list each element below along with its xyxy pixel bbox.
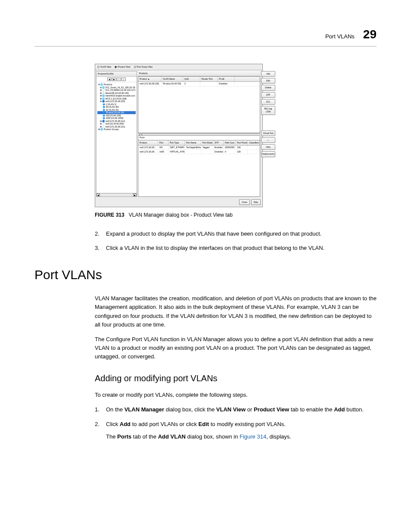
product-tree[interactable]: ⊟ 🌐 Products⊟ 🌐 DCI_Zone1_NI_K2_128 [10.… bbox=[97, 82, 137, 132]
table-row[interactable]: sw0 [172.26.28.135]55-abcd [VLAN 55]2Dis… bbox=[138, 82, 260, 86]
left-pane: Products/VLANs ◀ ▶ ↑ ↓ ⊟ 🌐 Products⊟ 🌐 D… bbox=[96, 71, 137, 197]
delete-button[interactable]: Delete bbox=[261, 85, 275, 90]
column-header[interactable]: Product ▲ bbox=[138, 77, 162, 81]
deployments-button[interactable]: Deployments bbox=[261, 151, 275, 157]
header-title: Port VLANs bbox=[325, 33, 355, 41]
toolbar-up[interactable]: ↑ bbox=[117, 78, 121, 81]
help-button[interactable]: Help bbox=[251, 199, 261, 205]
column-header[interactable]: Port Type bbox=[168, 140, 185, 145]
products-grid[interactable]: Product ▲VLAN NameQoSRouter PortFCoEsw0 … bbox=[138, 76, 260, 133]
figure-313-image: VLAN View Product View Port Group View P… bbox=[95, 64, 377, 208]
tree-item[interactable]: ⊞ 📄 DCI_HCS4824 [10.18.124.117] bbox=[97, 89, 136, 92]
left-pane-title: Products/VLANs bbox=[97, 72, 137, 77]
column-header[interactable]: Path Cost bbox=[224, 140, 236, 145]
virtual-port-button[interactable]: Virtual Port bbox=[261, 131, 275, 136]
figure-number: FIGURE 313 bbox=[95, 212, 125, 218]
sub-step-2: Click Add to add port VLANs or click Edi… bbox=[95, 420, 377, 441]
product-view-radio[interactable]: Product View bbox=[115, 65, 130, 68]
step-3: Click a VLAN in the list to display the … bbox=[95, 244, 377, 252]
column-header[interactable]: VLAN Name bbox=[162, 77, 183, 81]
toolbar-next[interactable]: ▶ bbox=[112, 78, 116, 81]
steps-continued: Expand a product to display the port VLA… bbox=[95, 230, 377, 252]
subsection-steps: On the VLAN Manager dialog box, click th… bbox=[95, 405, 377, 441]
ports-label: Ports bbox=[138, 136, 260, 140]
chapter-number: 29 bbox=[363, 26, 377, 44]
step-2: Expand a product to display the port VLA… bbox=[95, 230, 377, 238]
column-header[interactable]: Product bbox=[138, 140, 158, 145]
middle-pane: Products Product ▲VLAN NameQoSRouter Por… bbox=[138, 71, 260, 197]
column-header[interactable]: Port Name bbox=[185, 140, 201, 145]
edit-button[interactable]: Edit bbox=[261, 78, 275, 84]
column-header[interactable]: Router Port bbox=[200, 77, 218, 81]
figure-314-link[interactable]: Figure 314 bbox=[240, 433, 266, 440]
column-header[interactable]: Port Mode bbox=[201, 140, 213, 145]
column-header[interactable]: QoS bbox=[183, 77, 200, 81]
section-p2: The Configure Port VLAN function in VLAN… bbox=[95, 335, 377, 361]
ports-grid[interactable]: ProductPortPort TypePort NamePort ModeST… bbox=[138, 140, 260, 197]
right-buttons: Add Edit Delete STP ACL 802.1ag CFM Virt… bbox=[260, 70, 276, 198]
stp-button[interactable]: STP bbox=[261, 92, 275, 98]
products-grid-title: Products bbox=[138, 71, 260, 76]
column-header[interactable]: STP bbox=[213, 140, 224, 145]
sub-step-1: On the VLAN Manager dialog box, click th… bbox=[95, 405, 377, 414]
toolbar-down[interactable]: ↓ bbox=[121, 78, 126, 81]
dash-button[interactable]: — bbox=[261, 137, 275, 143]
table-row[interactable]: sw0 [172.26.28...0/9GBIT_ETHERNETenGigab… bbox=[138, 146, 260, 150]
subsection-title: Adding or modifying port VLANs bbox=[95, 372, 377, 385]
view-tabs: VLAN View Product View Port Group View bbox=[95, 64, 262, 70]
section-p1: VLAN Manager facilitates the creation, m… bbox=[95, 294, 377, 329]
tree-toolbar: ◀ ▶ ↑ ↓ bbox=[97, 77, 137, 82]
tree-item[interactable]: ⊞ 🌐 Product Groups bbox=[97, 128, 136, 131]
column-header[interactable]: Classifiers bbox=[248, 140, 260, 145]
column-header[interactable]: Port Priority bbox=[236, 140, 248, 145]
toolbar-prev[interactable]: ◀ bbox=[107, 78, 112, 81]
table-row[interactable]: sw0 [172.26.28...ve55VIRTUAL_INTE...Disa… bbox=[138, 150, 260, 154]
port-group-view-radio[interactable]: Port Group View bbox=[134, 65, 153, 68]
add-button[interactable]: Add bbox=[261, 71, 275, 77]
cfm-button[interactable]: 802.1ag CFM bbox=[261, 106, 275, 115]
close-button[interactable]: Close bbox=[239, 199, 250, 205]
column-header[interactable]: Port bbox=[158, 140, 168, 145]
dialog-footer: Close Help bbox=[95, 198, 262, 207]
figure-text: VLAN Manager dialog box - Product View t… bbox=[129, 212, 233, 218]
column-header[interactable]: FCoE bbox=[218, 77, 235, 81]
vlan-view-radio[interactable]: VLAN View bbox=[97, 65, 111, 68]
subsection-intro: To create or modify port VLANs, complete… bbox=[95, 391, 377, 399]
vlan-manager-dialog: VLAN View Product View Port Group View P… bbox=[95, 64, 263, 208]
acl-button[interactable]: ACL bbox=[261, 99, 275, 105]
section-title: Port VLANs bbox=[34, 265, 377, 284]
tree-item[interactable]: ⊞ 🌐 elara4015.englab.brocade.com [10.18.… bbox=[97, 94, 136, 97]
view-button[interactable]: View bbox=[261, 144, 275, 150]
figure-caption: FIGURE 313 VLAN Manager dialog box - Pro… bbox=[95, 212, 377, 219]
tree-hscroll[interactable]: ◀▶ bbox=[97, 193, 137, 196]
page-header: Port VLANs 29 bbox=[34, 26, 377, 47]
